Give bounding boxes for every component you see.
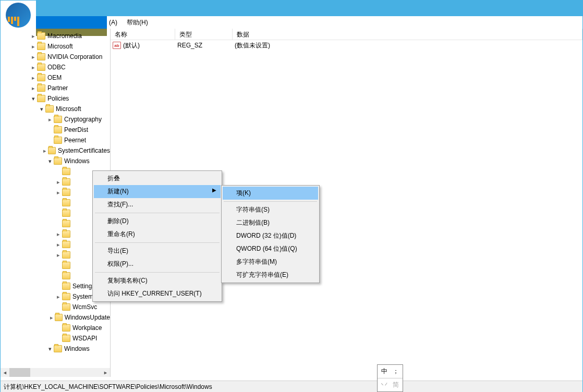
tree-item[interactable]: OEM xyxy=(1,72,110,83)
tree-toggle-open-icon[interactable] xyxy=(46,345,54,352)
tree-item[interactable]: WSDAPI xyxy=(1,333,110,344)
folder-icon xyxy=(55,314,62,321)
sub-qword[interactable]: QWORD (64 位)值(Q) xyxy=(223,242,318,255)
tree-item[interactable]: Partner xyxy=(1,83,110,93)
ctx-collapse[interactable]: 折叠 xyxy=(94,172,221,185)
tree-toggle-closed-icon[interactable] xyxy=(55,178,62,186)
string-value-icon: ab xyxy=(113,42,121,49)
statusbar: 计算机\HKEY_LOCAL_MACHINE\SOFTWARE\Policies… xyxy=(1,381,582,392)
folder-icon xyxy=(62,230,70,238)
tree-toggle-none xyxy=(55,199,62,206)
tree-toggle-closed-icon[interactable] xyxy=(30,32,37,40)
separator xyxy=(95,242,220,243)
tree-toggle-closed-icon[interactable] xyxy=(42,147,48,154)
tree-toggle-closed-icon[interactable] xyxy=(30,84,37,92)
ctx-goto-hkcu[interactable]: 访问 HKEY_CURRENT_USER(T) xyxy=(94,287,221,300)
menu-a[interactable]: (A) xyxy=(107,18,119,27)
tree-label: Microsoft xyxy=(56,105,81,113)
tree-item[interactable]: Windows xyxy=(1,156,110,166)
tree-item[interactable]: Policies xyxy=(1,93,110,104)
scroll-thumb[interactable] xyxy=(9,368,30,377)
tree-toggle-closed-icon[interactable] xyxy=(30,53,37,60)
tree-toggle-closed-icon[interactable] xyxy=(55,189,62,196)
tree-toggle-closed-icon[interactable] xyxy=(30,43,37,50)
tree-item[interactable]: SystemCertificates xyxy=(1,145,110,156)
folder-icon xyxy=(62,324,70,332)
ime-indicator[interactable]: 中； 丷简 xyxy=(377,364,403,392)
folder-icon xyxy=(37,64,45,71)
list-row[interactable]: ab (默认) REG_SZ (数值未设置) xyxy=(111,40,582,51)
folder-icon xyxy=(37,43,45,50)
tree-item[interactable]: PeerDist xyxy=(1,125,110,135)
tree-item[interactable]: ODBC xyxy=(1,62,110,72)
tree-toggle-closed-icon[interactable] xyxy=(46,116,54,123)
folder-icon xyxy=(37,95,45,102)
tree-scrollbar[interactable]: ◄ ► xyxy=(1,368,110,377)
tree-toggle-open-icon[interactable] xyxy=(38,105,45,113)
tree-toggle-closed-icon[interactable] xyxy=(48,314,55,321)
folder-icon xyxy=(62,178,70,186)
app-logo xyxy=(1,1,36,29)
folder-icon xyxy=(54,157,62,165)
col-data[interactable]: 数据 xyxy=(233,29,582,40)
tree-label: Cryptography xyxy=(64,116,102,123)
titlebar xyxy=(1,1,582,16)
tree-label: Windows xyxy=(64,345,90,352)
tree-item[interactable]: Windows xyxy=(1,344,110,354)
new-submenu: 项(K) 字符串值(S) 二进制值(B) DWORD (32 位)值(D) QW… xyxy=(221,185,320,283)
scroll-left-button[interactable]: ◄ xyxy=(1,368,9,377)
tree-item[interactable]: WcmSvc xyxy=(1,302,110,312)
tree-item[interactable]: Peernet xyxy=(1,135,110,145)
sub-string[interactable]: 字符串值(S) xyxy=(223,203,318,216)
folder-icon xyxy=(62,272,70,279)
value-name: (默认) xyxy=(123,41,140,50)
tree-item[interactable]: Microsoft xyxy=(1,41,110,52)
tree-item[interactable]: Workplace xyxy=(1,323,110,333)
folder-icon xyxy=(62,199,70,206)
tree-item[interactable]: Microsoft xyxy=(1,104,110,114)
tree-toggle-closed-icon[interactable] xyxy=(55,251,62,259)
tree-toggle-open-icon[interactable] xyxy=(30,95,37,102)
ctx-permissions[interactable]: 权限(P)... xyxy=(94,258,221,271)
sub-key[interactable]: 项(K) xyxy=(223,187,318,200)
folder-icon xyxy=(62,189,70,196)
ctx-delete[interactable]: 删除(D) xyxy=(94,215,221,228)
ctx-copykey[interactable]: 复制项名称(C) xyxy=(94,274,221,287)
value-type: REG_SZ xyxy=(177,42,235,49)
ctx-export[interactable]: 导出(E) xyxy=(94,244,221,258)
tree-toggle-none xyxy=(55,335,62,342)
folder-icon xyxy=(54,126,62,133)
ctx-new[interactable]: 新建(N)▶ xyxy=(94,185,221,198)
scroll-right-button[interactable]: ► xyxy=(101,368,110,377)
tree-toggle-open-icon[interactable] xyxy=(46,157,54,165)
folder-icon xyxy=(62,220,70,227)
sub-dword[interactable]: DWORD (32 位)值(D) xyxy=(223,229,318,242)
sub-multistring[interactable]: 多字符串值(M) xyxy=(223,255,318,268)
tree-toggle-closed-icon[interactable] xyxy=(55,241,62,248)
folder-icon xyxy=(54,345,62,352)
tree-toggle-closed-icon[interactable] xyxy=(30,74,37,81)
tree-toggle-closed-icon[interactable] xyxy=(55,230,62,238)
tree-toggle-closed-icon[interactable] xyxy=(30,64,37,71)
tree-label: Workplace xyxy=(72,324,102,332)
tree-item[interactable]: Cryptography xyxy=(1,114,110,125)
folder-icon xyxy=(54,137,62,144)
tree-label: Microsoft xyxy=(47,43,73,50)
sub-expandstring[interactable]: 可扩充字符串值(E) xyxy=(223,268,318,281)
tree-toggle-closed-icon[interactable] xyxy=(55,293,62,300)
sub-binary[interactable]: 二进制值(B) xyxy=(223,216,318,229)
title-overlay-blue xyxy=(36,16,107,29)
col-type[interactable]: 类型 xyxy=(175,29,233,40)
tree-item[interactable]: Macromedia xyxy=(1,31,110,41)
ctx-find[interactable]: 查找(F)... xyxy=(94,198,221,211)
folder-icon xyxy=(62,210,70,217)
tree-toggle-none xyxy=(55,220,62,227)
tree-toggle-none xyxy=(55,262,62,269)
menu-help[interactable]: 帮助(H) xyxy=(125,17,150,28)
tree-item[interactable]: NVIDIA Corporation xyxy=(1,52,110,62)
col-name[interactable]: 名称 xyxy=(111,29,175,40)
tree-item[interactable]: WindowsUpdate xyxy=(1,312,110,323)
tree-label: Peernet xyxy=(64,137,86,144)
tree-label: PeerDist xyxy=(64,126,88,133)
ctx-rename[interactable]: 重命名(R) xyxy=(94,228,221,241)
